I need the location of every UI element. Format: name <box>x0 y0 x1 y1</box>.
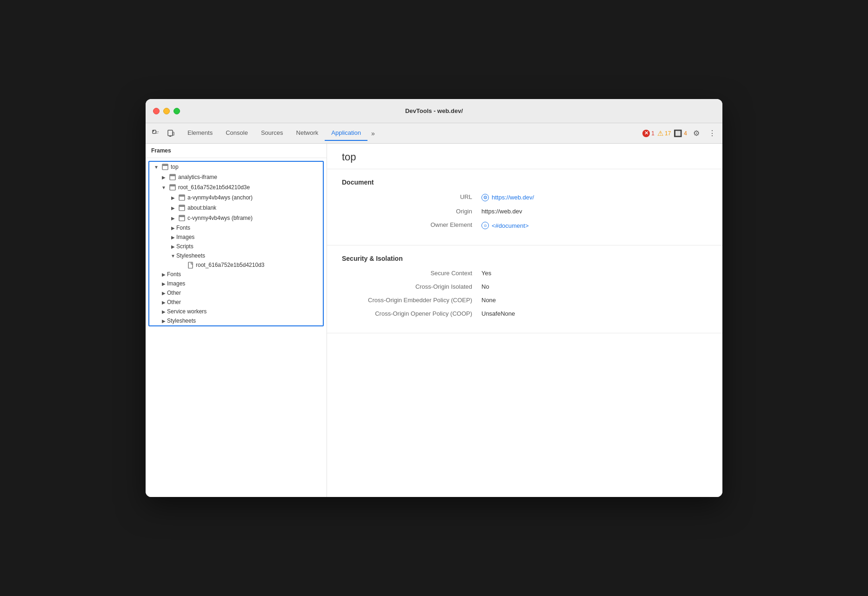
maximize-button[interactable] <box>174 108 180 114</box>
devtools-window: DevTools - web.dev/ Element <box>146 99 722 497</box>
tab-elements[interactable]: Elements <box>181 126 219 141</box>
error-icon: ✕ <box>642 130 650 137</box>
info-icon: 🔲 <box>674 129 682 138</box>
secure-context-label: Secure Context <box>342 270 472 277</box>
tree-label-analytics-iframe: analytics-iframe <box>178 174 217 180</box>
tree-item-other1[interactable]: Other <box>149 288 323 298</box>
tree-item-fonts-sub[interactable]: Fonts <box>149 223 323 232</box>
frame-icon-c-vynmy4vb4wys <box>178 214 186 222</box>
tree-label-about-blank: about:blank <box>187 205 216 211</box>
device-mode-button[interactable] <box>164 127 177 140</box>
tab-console[interactable]: Console <box>219 126 254 141</box>
traffic-lights <box>153 108 180 114</box>
arrow-other2 <box>160 299 167 305</box>
tab-sources[interactable]: Sources <box>254 126 290 141</box>
cross-origin-isolated-value: No <box>481 283 489 290</box>
cross-origin-isolated-row: Cross-Origin Isolated No <box>342 283 708 290</box>
frame-icon-analytics-iframe <box>169 173 176 181</box>
arrow-other1 <box>160 290 167 296</box>
coop-row: Cross-Origin Opener Policy (COOP) Unsafe… <box>342 310 708 317</box>
tree-item-root-file[interactable]: root_616a752e1b5d4210d3 <box>149 260 323 270</box>
frame-icon-a-vynmy4vb4wys <box>178 194 186 201</box>
info-count: 4 <box>684 130 687 137</box>
error-count: 1 <box>651 130 654 137</box>
warning-count: 17 <box>665 130 671 137</box>
arrow-top <box>153 164 160 170</box>
more-options-button[interactable]: ⋮ <box>706 127 719 140</box>
error-badge[interactable]: ✕ 1 <box>642 130 654 137</box>
tab-network[interactable]: Network <box>290 126 325 141</box>
tree-label-fonts-sub: Fonts <box>176 225 190 231</box>
frames-panel: top analytics-iframe root_616a75 <box>148 161 324 326</box>
svg-rect-14 <box>179 195 185 197</box>
file-icon <box>187 262 194 268</box>
arrow-fonts <box>160 271 167 278</box>
tree-item-service-workers[interactable]: Service workers <box>149 307 323 316</box>
toolbar: Elements Console Sources Network Applica… <box>146 123 722 144</box>
secure-context-value: Yes <box>481 270 491 277</box>
tree-item-about-blank[interactable]: about:blank <box>149 203 323 213</box>
svg-rect-12 <box>170 185 175 186</box>
owner-element-row: Owner Element ⊙ <#document> <box>342 221 708 230</box>
main-content: Frames top analytics-iframe <box>146 144 722 497</box>
more-tabs-button[interactable]: » <box>367 128 379 139</box>
frame-icon-root-616a <box>169 184 176 191</box>
tree-label-other1: Other <box>167 290 181 296</box>
url-icon: ⊙ <box>481 194 489 201</box>
tree-label-top: top <box>171 164 179 170</box>
svg-rect-6 <box>173 132 174 135</box>
tree-item-scripts-sub[interactable]: Scripts <box>149 242 323 251</box>
minimize-button[interactable] <box>163 108 170 114</box>
cross-origin-isolated-label: Cross-Origin Isolated <box>342 283 472 290</box>
owner-element-label: Owner Element <box>342 221 472 228</box>
tree-item-fonts[interactable]: Fonts <box>149 270 323 279</box>
arrow-stylesheets <box>160 318 167 324</box>
arrow-analytics-iframe <box>160 174 167 180</box>
sidebar-header: Frames <box>146 144 327 158</box>
arrow-scripts-sub <box>170 243 176 250</box>
origin-label: Origin <box>342 208 472 215</box>
tree-label-root-file: root_616a752e1b5d4210d3 <box>196 262 264 268</box>
tree-item-stylesheets[interactable]: Stylesheets <box>149 316 323 325</box>
sidebar: Frames top analytics-iframe <box>146 144 327 497</box>
inspect-element-button[interactable] <box>149 127 162 140</box>
arrow-about-blank <box>170 205 176 211</box>
warning-badge[interactable]: ⚠ 17 <box>657 129 671 138</box>
url-row: URL ⊙ https://web.dev/ <box>342 193 708 201</box>
tree-item-other2[interactable]: Other <box>149 298 323 307</box>
tree-label-c-vynmy4vb4wys: c-vynmy4vb4wys (bframe) <box>187 215 253 221</box>
coep-label: Cross-Origin Embedder Policy (COEP) <box>342 297 472 304</box>
tree-item-stylesheets-sub[interactable]: Stylesheets <box>149 251 323 260</box>
info-badge[interactable]: 🔲 4 <box>674 129 687 138</box>
svg-rect-4 <box>168 130 173 136</box>
tree-item-analytics-iframe[interactable]: analytics-iframe <box>149 172 323 182</box>
tree-label-a-vynmy4vb4wys: a-vynmy4vb4wys (anchor) <box>187 194 253 201</box>
tree-item-c-vynmy4vb4wys[interactable]: c-vynmy4vb4wys (bframe) <box>149 213 323 223</box>
coop-label: Cross-Origin Opener Policy (COOP) <box>342 310 472 317</box>
tree-item-a-vynmy4vb4wys[interactable]: a-vynmy4vb4wys (anchor) <box>149 192 323 203</box>
tree-item-root-616a[interactable]: root_616a752e1b5d4210d3e <box>149 182 323 192</box>
svg-rect-1 <box>153 130 154 132</box>
document-section: Document URL ⊙ https://web.dev/ Origin h… <box>327 169 722 245</box>
tree-item-images-sub[interactable]: Images <box>149 232 323 242</box>
coep-value: None <box>481 297 496 304</box>
security-section: Security & Isolation Secure Context Yes … <box>327 245 722 333</box>
settings-button[interactable]: ⚙ <box>690 127 703 140</box>
tree-item-images[interactable]: Images <box>149 279 323 288</box>
arrow-service-workers <box>160 308 167 315</box>
url-value: ⊙ https://web.dev/ <box>481 194 534 201</box>
arrow-images-sub <box>170 234 176 240</box>
arrow-root-616a <box>160 184 167 191</box>
tree-item-top[interactable]: top <box>149 162 323 172</box>
tree-label-images-sub: Images <box>176 234 194 240</box>
svg-rect-5 <box>169 136 171 137</box>
tabs-bar: Elements Console Sources Network Applica… <box>181 126 642 141</box>
arrow-a-vynmy4vb4wys <box>170 194 176 201</box>
tab-application[interactable]: Application <box>325 126 367 141</box>
url-link[interactable]: https://web.dev/ <box>492 194 534 201</box>
tree-label-stylesheets: Stylesheets <box>167 318 196 324</box>
origin-value: https://web.dev <box>481 208 522 215</box>
svg-rect-10 <box>170 174 175 176</box>
close-button[interactable] <box>153 108 160 114</box>
owner-element-link[interactable]: <#document> <box>492 222 529 229</box>
